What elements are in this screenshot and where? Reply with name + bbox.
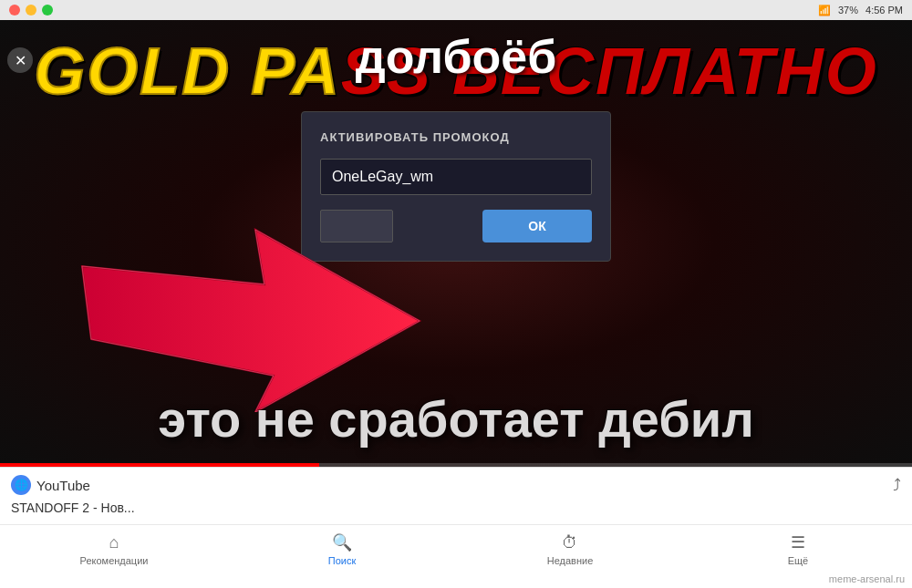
battery-level: 37% — [838, 5, 858, 15]
status-right: 📶 37% 4:56 PM — [818, 5, 903, 16]
promo-input[interactable] — [320, 159, 592, 195]
recommended-label: Рекомендации — [80, 555, 149, 566]
share-button[interactable]: ⤴ — [893, 476, 901, 495]
video-title-text: STANDOFF 2 - Нов... — [11, 500, 135, 515]
maximize-window-button[interactable] — [42, 5, 53, 15]
recent-label: Недавние — [547, 555, 594, 566]
traffic-lights[interactable] — [9, 5, 53, 15]
bottom-bar: 🌐 YouTube ⤴ STANDOFF 2 - Нов... ⌂ Рекоме… — [0, 467, 912, 588]
red-arrow-svg — [73, 211, 438, 412]
watermark-text: meme-arsenal.ru — [829, 573, 905, 584]
video-title: STANDOFF 2 - Нов... — [0, 499, 912, 521]
tab-recommended[interactable]: ⌂ Рекомендации — [0, 533, 228, 566]
close-video-button[interactable]: ✕ — [7, 47, 33, 73]
more-icon: ☰ — [791, 532, 805, 552]
overlay-text-top: долбоёб — [0, 29, 912, 84]
arrow-graphic — [73, 211, 438, 412]
search-label: Поиск — [328, 555, 356, 566]
wifi-icon: 📶 — [818, 5, 831, 16]
status-bar: 📶 37% 4:56 PM — [0, 0, 912, 20]
youtube-label: YouTube — [36, 478, 90, 493]
more-label: Ещё — [788, 555, 809, 566]
tab-more[interactable]: ☰ Ещё — [684, 532, 912, 566]
recent-icon: ⏱ — [562, 533, 578, 552]
info-row: 🌐 YouTube ⤴ — [0, 468, 912, 499]
watermark: meme-arsenal.ru — [829, 573, 905, 584]
video-player[interactable]: ✕ долбоёб GOLD PASS БЕСПЛАТНО АКТИВИРОВА… — [0, 20, 912, 467]
nav-tabs: ⌂ Рекомендации 🔍 Поиск ⏱ Недавние ☰ Ещё — [0, 524, 912, 570]
search-icon: 🔍 — [332, 532, 352, 552]
overlay-text-bottom: это не сработает дебил — [0, 389, 912, 449]
close-window-button[interactable] — [9, 5, 20, 15]
recommended-icon: ⌂ — [109, 533, 119, 552]
ok-button[interactable]: ОК — [482, 210, 592, 242]
tab-recent[interactable]: ⏱ Недавние — [456, 533, 684, 566]
clock: 4:56 PM — [865, 5, 903, 15]
dialog-title: АКТИВИРОВАТЬ ПРОМОКОД — [320, 130, 592, 144]
youtube-brand[interactable]: 🌐 YouTube — [11, 475, 90, 495]
minimize-window-button[interactable] — [26, 5, 36, 15]
tab-search[interactable]: 🔍 Поиск — [228, 532, 456, 566]
youtube-globe-icon: 🌐 — [11, 475, 31, 495]
svg-marker-0 — [82, 230, 420, 412]
